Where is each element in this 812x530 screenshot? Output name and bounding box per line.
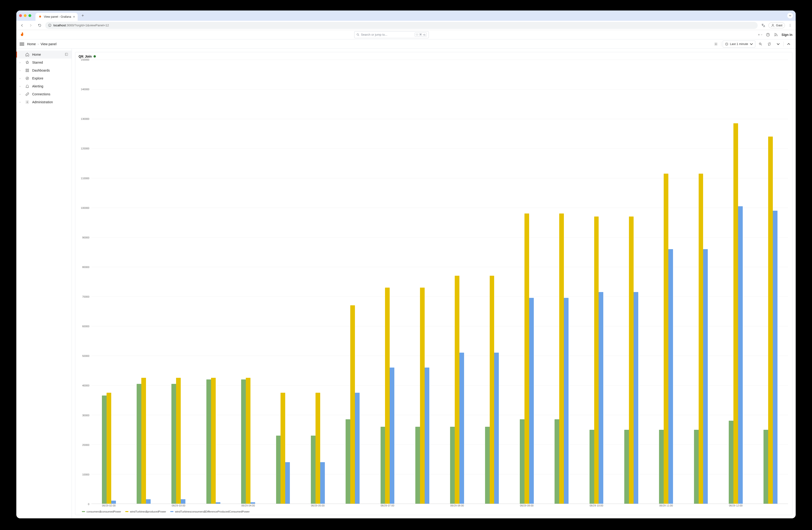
translate-button[interactable] (760, 22, 767, 29)
bar[interactable] (390, 368, 394, 504)
bar[interactable] (102, 396, 106, 504)
site-info-icon[interactable] (48, 24, 52, 27)
bar[interactable] (106, 393, 111, 504)
bar[interactable] (460, 353, 464, 504)
menu-toggle-button[interactable] (19, 43, 24, 45)
bar[interactable] (629, 217, 634, 504)
bar[interactable] (346, 419, 350, 504)
bar[interactable] (141, 378, 146, 504)
help-button[interactable] (766, 32, 770, 37)
dashboard-settings-button[interactable] (712, 41, 720, 47)
reload-button[interactable] (37, 22, 43, 29)
bar[interactable] (599, 292, 603, 504)
refresh-interval-button[interactable] (774, 41, 782, 47)
bar[interactable] (276, 436, 281, 504)
bar[interactable] (624, 430, 629, 504)
bar[interactable] (280, 393, 285, 504)
bar[interactable] (250, 502, 255, 504)
bar[interactable] (590, 430, 594, 504)
bar[interactable] (494, 353, 499, 504)
bar[interactable] (320, 462, 325, 504)
bar[interactable] (694, 430, 699, 504)
legend-item[interactable]: consumers$consumedPower (82, 510, 121, 513)
bar[interactable] (425, 368, 429, 504)
grafana-logo-icon[interactable] (19, 32, 25, 38)
maximize-window-button[interactable] (28, 14, 31, 17)
bar[interactable] (241, 380, 246, 504)
new-tab-button[interactable]: + (79, 13, 86, 18)
bar[interactable] (554, 419, 559, 504)
chart-area[interactable]: 0100002000030000400005000060000700008000… (78, 60, 789, 509)
bar[interactable] (634, 292, 638, 504)
url-input[interactable]: localhost:3000/?orgId=1&viewPanel=12 (45, 22, 758, 29)
bar[interactable] (559, 214, 564, 504)
bar[interactable] (350, 305, 355, 504)
tab-overflow-button[interactable] (787, 13, 793, 18)
sidebar-item-administration[interactable]: › Administration (16, 98, 72, 106)
bar[interactable] (520, 419, 524, 504)
bar[interactable] (246, 378, 250, 504)
dock-icon[interactable] (64, 53, 68, 57)
bar[interactable] (206, 380, 211, 504)
bar[interactable] (664, 174, 668, 504)
bar[interactable] (524, 214, 529, 504)
minimize-window-button[interactable] (24, 14, 27, 17)
bar[interactable] (450, 427, 455, 504)
bar[interactable] (415, 427, 420, 504)
time-range-picker[interactable]: Last 1 minute (723, 41, 755, 47)
sidebar-item-home[interactable]: Home (16, 50, 72, 59)
signin-link[interactable]: Sign in (781, 33, 793, 36)
search-input[interactable]: Search or jump to... ⌘+k (354, 31, 429, 38)
back-button[interactable] (19, 22, 25, 29)
legend-item[interactable]: windTurbinesconsumers$DifferenceProduced… (170, 510, 249, 513)
sidebar-item-connections[interactable]: › Connections (16, 90, 72, 98)
legend-item[interactable]: windTurbines$producedPower (125, 510, 166, 513)
bar[interactable] (659, 430, 664, 504)
breadcrumb-home[interactable]: Home (27, 42, 36, 46)
close-window-button[interactable] (19, 14, 22, 17)
bar[interactable] (764, 430, 768, 504)
bar[interactable] (137, 384, 141, 504)
bar[interactable] (564, 298, 568, 504)
bar[interactable] (729, 421, 734, 504)
bar[interactable] (285, 462, 290, 504)
browser-menu-button[interactable] (787, 22, 793, 29)
bar[interactable] (111, 501, 116, 504)
news-button[interactable] (773, 32, 778, 37)
bar[interactable] (485, 427, 490, 504)
bar[interactable] (668, 249, 673, 504)
sidebar-item-dashboards[interactable]: › Dashboards (16, 67, 72, 74)
bar[interactable] (768, 136, 773, 504)
sidebar-item-explore[interactable]: › Explore (16, 74, 72, 82)
bar[interactable] (146, 499, 151, 504)
bar[interactable] (181, 499, 185, 504)
bar[interactable] (380, 427, 385, 504)
bar[interactable] (455, 276, 460, 504)
collapse-button[interactable] (785, 41, 793, 47)
profile-button[interactable]: Gast (768, 23, 785, 28)
bar[interactable] (216, 502, 220, 504)
bar[interactable] (311, 436, 316, 504)
bar[interactable] (699, 174, 703, 504)
refresh-button[interactable] (766, 41, 773, 47)
bar[interactable] (734, 123, 738, 504)
bar[interactable] (171, 384, 176, 504)
bar[interactable] (211, 378, 216, 504)
bar[interactable] (703, 249, 708, 504)
close-tab-icon[interactable]: × (73, 15, 75, 19)
browser-tab[interactable]: View panel - Grafana × (35, 13, 78, 21)
bar[interactable] (385, 288, 390, 504)
bar[interactable] (490, 276, 494, 504)
sidebar-item-starred[interactable]: › Starred (16, 59, 72, 67)
bar[interactable] (420, 288, 425, 504)
add-menu-button[interactable] (758, 32, 762, 37)
bar[interactable] (529, 298, 534, 504)
sidebar-item-alerting[interactable]: › Alerting (16, 82, 72, 90)
zoom-out-button[interactable] (757, 41, 764, 47)
bar[interactable] (316, 393, 320, 504)
forward-button[interactable] (28, 22, 34, 29)
bar[interactable] (594, 217, 599, 504)
bar[interactable] (355, 393, 360, 504)
bar[interactable] (738, 206, 743, 504)
bar[interactable] (773, 211, 778, 504)
